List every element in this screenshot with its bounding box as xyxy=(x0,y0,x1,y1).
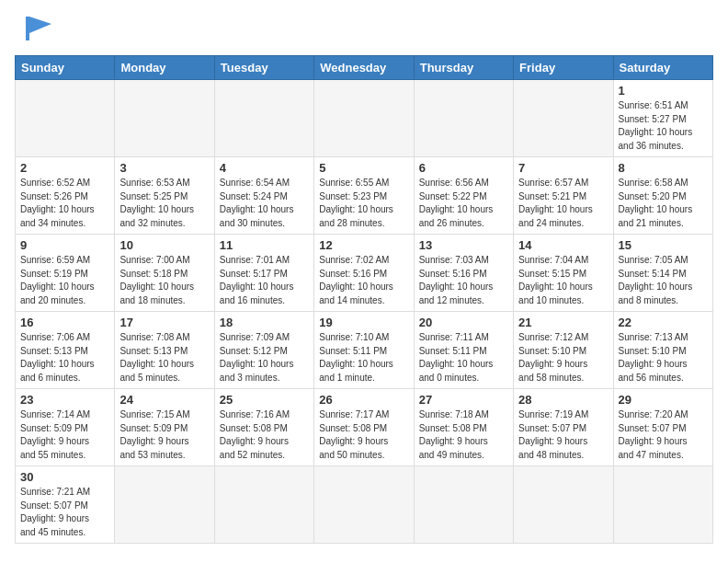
day-number: 5 xyxy=(319,161,408,175)
day-number: 30 xyxy=(20,470,109,484)
weekday-header-wednesday: Wednesday xyxy=(314,56,414,80)
weekday-header-tuesday: Tuesday xyxy=(214,56,313,80)
day-cell: 3Sunrise: 6:53 AM Sunset: 5:25 PM Daylig… xyxy=(115,157,214,235)
day-info: Sunrise: 6:59 AM Sunset: 5:19 PM Dayligh… xyxy=(20,254,109,307)
day-number: 27 xyxy=(419,393,508,407)
day-cell xyxy=(214,80,313,157)
day-info: Sunrise: 7:15 AM Sunset: 5:09 PM Dayligh… xyxy=(119,408,209,462)
day-cell: 19Sunrise: 7:10 AM Sunset: 5:11 PM Dayli… xyxy=(314,312,414,389)
weekday-header-sunday: Sunday xyxy=(16,56,115,80)
day-cell xyxy=(414,466,513,544)
day-number: 22 xyxy=(619,316,708,329)
day-cell xyxy=(414,80,513,157)
day-cell: 13Sunrise: 7:03 AM Sunset: 5:16 PM Dayli… xyxy=(414,235,513,312)
day-cell xyxy=(314,466,414,544)
day-cell: 22Sunrise: 7:13 AM Sunset: 5:10 PM Dayli… xyxy=(613,312,712,389)
day-cell xyxy=(115,466,214,544)
day-info: Sunrise: 7:00 AM Sunset: 5:18 PM Dayligh… xyxy=(119,254,209,307)
day-cell: 10Sunrise: 7:00 AM Sunset: 5:18 PM Dayli… xyxy=(115,235,214,312)
day-cell: 21Sunrise: 7:12 AM Sunset: 5:10 PM Dayli… xyxy=(514,312,613,389)
day-number: 19 xyxy=(319,316,408,329)
day-cell: 27Sunrise: 7:18 AM Sunset: 5:08 PM Dayli… xyxy=(414,389,513,466)
day-info: Sunrise: 6:52 AM Sunset: 5:26 PM Dayligh… xyxy=(20,177,109,230)
day-info: Sunrise: 7:02 AM Sunset: 5:16 PM Dayligh… xyxy=(319,254,408,307)
day-cell: 4Sunrise: 6:54 AM Sunset: 5:24 PM Daylig… xyxy=(214,157,313,235)
day-cell: 17Sunrise: 7:08 AM Sunset: 5:13 PM Dayli… xyxy=(115,312,214,389)
day-number: 17 xyxy=(119,316,209,329)
day-number: 6 xyxy=(419,161,508,175)
week-row-4: 16Sunrise: 7:06 AM Sunset: 5:13 PM Dayli… xyxy=(16,312,713,389)
day-cell: 28Sunrise: 7:19 AM Sunset: 5:07 PM Dayli… xyxy=(514,389,613,466)
day-info: Sunrise: 7:04 AM Sunset: 5:15 PM Dayligh… xyxy=(518,254,608,307)
day-info: Sunrise: 7:19 AM Sunset: 5:07 PM Dayligh… xyxy=(518,408,608,462)
day-cell: 14Sunrise: 7:04 AM Sunset: 5:15 PM Dayli… xyxy=(514,235,613,312)
day-cell: 29Sunrise: 7:20 AM Sunset: 5:07 PM Dayli… xyxy=(613,389,712,466)
day-info: Sunrise: 7:09 AM Sunset: 5:12 PM Dayligh… xyxy=(220,331,309,385)
day-cell: 5Sunrise: 6:55 AM Sunset: 5:23 PM Daylig… xyxy=(314,157,414,235)
day-cell: 15Sunrise: 7:05 AM Sunset: 5:14 PM Dayli… xyxy=(613,235,712,312)
day-cell: 8Sunrise: 6:58 AM Sunset: 5:20 PM Daylig… xyxy=(613,157,712,235)
day-number: 18 xyxy=(220,316,309,329)
logo xyxy=(15,15,51,46)
day-info: Sunrise: 7:06 AM Sunset: 5:13 PM Dayligh… xyxy=(20,331,109,385)
day-info: Sunrise: 7:12 AM Sunset: 5:10 PM Dayligh… xyxy=(518,331,608,385)
day-number: 29 xyxy=(619,393,708,407)
week-row-3: 9Sunrise: 6:59 AM Sunset: 5:19 PM Daylig… xyxy=(16,235,713,312)
day-cell xyxy=(214,466,313,544)
day-number: 15 xyxy=(619,238,708,252)
day-info: Sunrise: 6:54 AM Sunset: 5:24 PM Dayligh… xyxy=(220,177,309,230)
page-header xyxy=(15,15,713,46)
day-number: 3 xyxy=(119,161,209,175)
day-cell: 11Sunrise: 7:01 AM Sunset: 5:17 PM Dayli… xyxy=(214,235,313,312)
weekday-header-saturday: Saturday xyxy=(613,56,712,80)
day-info: Sunrise: 6:51 AM Sunset: 5:27 PM Dayligh… xyxy=(619,99,708,153)
day-info: Sunrise: 7:08 AM Sunset: 5:13 PM Dayligh… xyxy=(119,331,209,385)
day-info: Sunrise: 7:03 AM Sunset: 5:16 PM Dayligh… xyxy=(419,254,508,307)
day-info: Sunrise: 7:01 AM Sunset: 5:17 PM Dayligh… xyxy=(220,254,309,307)
day-info: Sunrise: 6:55 AM Sunset: 5:23 PM Dayligh… xyxy=(319,177,408,230)
day-cell: 16Sunrise: 7:06 AM Sunset: 5:13 PM Dayli… xyxy=(16,312,115,389)
day-info: Sunrise: 7:17 AM Sunset: 5:08 PM Dayligh… xyxy=(319,408,408,462)
day-number: 7 xyxy=(518,161,608,175)
day-cell: 24Sunrise: 7:15 AM Sunset: 5:09 PM Dayli… xyxy=(115,389,214,466)
weekday-header-thursday: Thursday xyxy=(414,56,513,80)
day-number: 23 xyxy=(20,393,109,407)
week-row-5: 23Sunrise: 7:14 AM Sunset: 5:09 PM Dayli… xyxy=(16,389,713,466)
day-info: Sunrise: 7:11 AM Sunset: 5:11 PM Dayligh… xyxy=(419,331,508,385)
day-info: Sunrise: 6:56 AM Sunset: 5:22 PM Dayligh… xyxy=(419,177,508,230)
day-cell: 18Sunrise: 7:09 AM Sunset: 5:12 PM Dayli… xyxy=(214,312,313,389)
day-cell xyxy=(115,80,214,157)
day-cell: 23Sunrise: 7:14 AM Sunset: 5:09 PM Dayli… xyxy=(16,389,115,466)
day-cell xyxy=(314,80,414,157)
week-row-1: 1Sunrise: 6:51 AM Sunset: 5:27 PM Daylig… xyxy=(16,80,713,157)
day-number: 21 xyxy=(518,316,608,329)
day-info: Sunrise: 7:05 AM Sunset: 5:14 PM Dayligh… xyxy=(619,254,708,307)
day-cell: 25Sunrise: 7:16 AM Sunset: 5:08 PM Dayli… xyxy=(214,389,313,466)
day-number: 9 xyxy=(20,238,109,252)
day-number: 10 xyxy=(119,238,209,252)
day-cell: 6Sunrise: 6:56 AM Sunset: 5:22 PM Daylig… xyxy=(414,157,513,235)
day-info: Sunrise: 7:20 AM Sunset: 5:07 PM Dayligh… xyxy=(619,408,708,462)
day-number: 11 xyxy=(220,238,309,252)
day-number: 4 xyxy=(220,161,309,175)
day-number: 13 xyxy=(419,238,508,252)
svg-rect-1 xyxy=(26,17,29,40)
day-number: 1 xyxy=(619,84,708,98)
day-cell xyxy=(514,466,613,544)
day-info: Sunrise: 7:16 AM Sunset: 5:08 PM Dayligh… xyxy=(220,408,309,462)
day-cell: 20Sunrise: 7:11 AM Sunset: 5:11 PM Dayli… xyxy=(414,312,513,389)
logo-icon xyxy=(18,15,51,42)
day-cell: 30Sunrise: 7:21 AM Sunset: 5:07 PM Dayli… xyxy=(16,466,115,544)
day-info: Sunrise: 7:21 AM Sunset: 5:07 PM Dayligh… xyxy=(20,486,109,539)
day-info: Sunrise: 7:10 AM Sunset: 5:11 PM Dayligh… xyxy=(319,331,408,385)
day-cell: 9Sunrise: 6:59 AM Sunset: 5:19 PM Daylig… xyxy=(16,235,115,312)
weekday-header-friday: Friday xyxy=(514,56,613,80)
day-cell xyxy=(16,80,115,157)
day-info: Sunrise: 6:57 AM Sunset: 5:21 PM Dayligh… xyxy=(518,177,608,230)
weekday-header-row: SundayMondayTuesdayWednesdayThursdayFrid… xyxy=(16,56,713,80)
day-cell: 12Sunrise: 7:02 AM Sunset: 5:16 PM Dayli… xyxy=(314,235,414,312)
day-info: Sunrise: 6:58 AM Sunset: 5:20 PM Dayligh… xyxy=(619,177,708,230)
week-row-2: 2Sunrise: 6:52 AM Sunset: 5:26 PM Daylig… xyxy=(16,157,713,235)
svg-marker-0 xyxy=(29,17,51,33)
day-number: 2 xyxy=(20,161,109,175)
